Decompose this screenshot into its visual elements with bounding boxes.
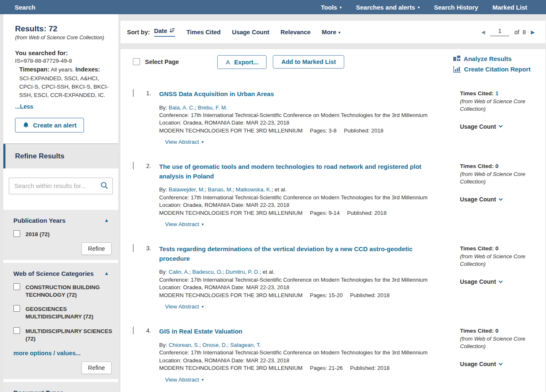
- refine-button[interactable]: Refine: [81, 361, 112, 374]
- usage-count-label: Usage Count: [460, 278, 496, 285]
- top-nav-item[interactable]: Search History ▾: [434, 4, 478, 11]
- location-label: Location:: [159, 202, 182, 208]
- view-abstract-link[interactable]: View Abstract ▾: [165, 303, 204, 310]
- author-link[interactable]: Banas, M.: [208, 186, 233, 193]
- previous-page-icon[interactable]: ◀: [481, 29, 485, 35]
- citation-report-icon: [453, 66, 461, 73]
- published-value: 2018: [377, 365, 389, 371]
- author-link[interactable]: Matkowska, K.: [236, 186, 272, 193]
- by-label: By:: [159, 342, 167, 348]
- result-location-line: Location: Oradea, ROMANIA Date: MAR 22-2…: [159, 201, 448, 209]
- author-link[interactable]: Badescu, O.: [192, 269, 223, 275]
- more-options-link[interactable]: more options / values...: [13, 350, 81, 356]
- result-authors-line: By: Balawejder, M.; Banas, M.; Matkowska…: [159, 186, 448, 193]
- pagination: ◀ of 8 ▶: [481, 28, 535, 36]
- sort-option[interactable]: Usage Count: [232, 29, 269, 36]
- filter-section-title: Web of Science Categories: [13, 270, 94, 277]
- result-authors: Bala, A. C.; Brebu, F. M.: [169, 104, 228, 111]
- usage-count-toggle[interactable]: Usage Count: [460, 361, 502, 367]
- result-conference-line: Conference: 17th International Technical…: [159, 194, 448, 201]
- result-number: 3.: [140, 244, 159, 310]
- usage-count-toggle[interactable]: Usage Count: [460, 196, 502, 203]
- times-cited-label: Times Cited:: [460, 163, 494, 169]
- author-link[interactable]: Bala, A. C.: [169, 104, 195, 111]
- export-button[interactable]: A Export...: [217, 55, 267, 69]
- top-nav-item[interactable]: Tools ▾: [321, 4, 342, 11]
- result-row: 4. GIS in Real Estate Valuation By: Chio…: [120, 327, 546, 383]
- result-authors: Balawejder, M.; Banas, M.; Matkowska, K.…: [169, 186, 287, 193]
- top-nav: Search Tools ▾ Searches and alerts ▾ Sea…: [0, 0, 546, 14]
- search-icon[interactable]: [100, 181, 109, 190]
- collapse-arrow-icon[interactable]: ▲: [104, 390, 109, 392]
- sort-more-link[interactable]: More ▾: [322, 29, 340, 36]
- filter-checkbox[interactable]: [13, 327, 20, 334]
- result-location-line: Location: Oradea, ROMANIA Date: MAR 22-2…: [159, 284, 448, 291]
- collapse-arrow-icon[interactable]: ▲: [104, 217, 109, 223]
- analyze-results-icon: [453, 56, 460, 62]
- export-icon: A: [226, 59, 230, 66]
- location-value: Oradea, ROMANIA: [183, 202, 230, 208]
- sort-option[interactable]: Times Cited: [186, 29, 221, 36]
- top-nav-item[interactable]: Searches and alerts ▾: [356, 4, 420, 11]
- result-authors-line: By: Calin, A.; Badescu, O.; Dumitru, P. …: [159, 268, 448, 276]
- view-abstract-link[interactable]: View Abstract ▾: [165, 377, 204, 383]
- times-cited-count[interactable]: 1: [495, 90, 499, 97]
- filter-checkbox[interactable]: [13, 305, 20, 312]
- tab-search[interactable]: Search: [15, 4, 36, 11]
- result-checkbox[interactable]: [133, 326, 134, 334]
- sort-options: Times Cited Usage Count Relevance: [186, 29, 310, 36]
- result-title-link[interactable]: The use of geomatic tools and modern tec…: [159, 162, 433, 181]
- times-cited-count[interactable]: 0: [495, 245, 499, 252]
- result-title-link[interactable]: GIS in Real Estate Valuation: [159, 327, 433, 336]
- author-link[interactable]: Calin, A.: [169, 269, 189, 275]
- conference-value: 17th International Technical-Scientific …: [191, 194, 428, 201]
- filter-option-list: CONSTRUCTION BUILDING TECHNOLOGY (72)GEO…: [9, 283, 113, 343]
- refine-results-header: Refine Results: [3, 144, 118, 168]
- search-within-input[interactable]: [9, 178, 113, 194]
- view-abstract-link[interactable]: View Abstract ▾: [165, 139, 204, 145]
- result-conference-line: Conference: 17th International Technical…: [159, 276, 448, 284]
- add-to-marked-list-button[interactable]: Add to Marked List: [273, 55, 344, 69]
- author-link[interactable]: Balawejder, M.: [169, 186, 205, 193]
- analyze-results-link[interactable]: Analyze Results: [453, 55, 512, 62]
- collapse-arrow-icon[interactable]: ▲: [104, 270, 109, 276]
- page-number-input[interactable]: [490, 28, 509, 36]
- usage-count-toggle[interactable]: Usage Count: [460, 278, 502, 285]
- filter-checkbox[interactable]: [13, 283, 20, 290]
- author-link[interactable]: Salagean, T.: [230, 342, 261, 348]
- create-alert-button[interactable]: Create an alert: [15, 118, 84, 132]
- result-title-link[interactable]: Tests regarding determinations of the ve…: [159, 244, 433, 263]
- author-link[interactable]: Brebu, F. M.: [198, 104, 227, 111]
- location-label: Location:: [159, 357, 182, 364]
- author-link[interactable]: Dumitru, P. D.: [226, 269, 259, 275]
- view-abstract-link[interactable]: View Abstract ▾: [165, 221, 204, 227]
- author-link[interactable]: Chiorean, S.: [169, 342, 199, 348]
- filter-section-title: Document Types: [13, 389, 63, 392]
- bell-icon: [23, 122, 29, 128]
- next-page-icon[interactable]: ▶: [531, 29, 535, 35]
- source-title: MODERN TECHNOLOGIES FOR THE 3RD MILLENNI…: [159, 365, 302, 371]
- times-cited-count[interactable]: 0: [495, 328, 499, 334]
- result-checkbox[interactable]: [133, 89, 134, 97]
- top-nav-item[interactable]: Marked List ▾: [493, 4, 527, 11]
- sort-option-date-label: Date: [154, 28, 167, 34]
- sort-option[interactable]: Relevance: [281, 29, 311, 36]
- times-cited-count[interactable]: 0: [495, 163, 499, 169]
- less-link[interactable]: ...Less: [15, 103, 33, 110]
- select-page-checkbox[interactable]: [133, 58, 140, 65]
- top-nav-item-label: Search History: [434, 4, 478, 11]
- location-value: Oradea, ROMANIA: [183, 357, 230, 364]
- filter-checkbox[interactable]: [13, 230, 20, 237]
- conference-label: Conference:: [159, 277, 189, 283]
- sort-option-date[interactable]: Date: [154, 28, 175, 37]
- result-checkbox[interactable]: [133, 162, 134, 170]
- usage-count-toggle[interactable]: Usage Count: [460, 123, 502, 130]
- result-title-link[interactable]: GNSS Data Acquisition in Urban Areas: [159, 89, 433, 99]
- refine-button[interactable]: Refine: [81, 242, 112, 255]
- author-link[interactable]: Onose, D.: [202, 342, 227, 348]
- result-checkbox[interactable]: [133, 244, 134, 252]
- export-button-label: Export...: [234, 59, 258, 66]
- create-citation-report-link[interactable]: Create Citation Report: [453, 66, 531, 73]
- pages-label: Pages:: [310, 210, 327, 216]
- sort-by-label: Sort by:: [127, 29, 150, 36]
